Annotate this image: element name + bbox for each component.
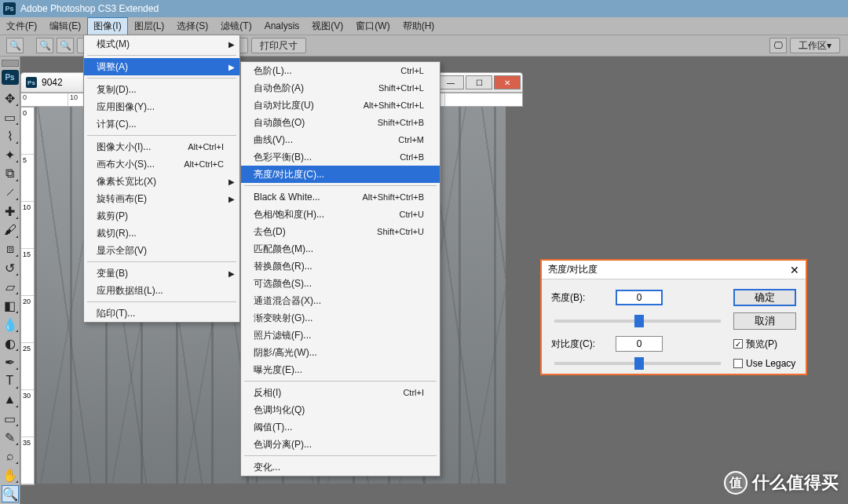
ruler-vertical: 05101520253035 <box>20 107 35 485</box>
type-tool[interactable]: T <box>2 372 19 389</box>
ps-badge-icon: Ps <box>2 70 19 85</box>
menu-item[interactable]: 应用数据组(L)... <box>84 282 239 299</box>
brush-tool[interactable]: 🖌 <box>2 221 19 239</box>
menu-item[interactable]: 曝光度(E)... <box>241 361 440 378</box>
menu-item[interactable]: 计算(C)... <box>84 115 239 133</box>
menu-item[interactable]: 色调均化(Q) <box>241 401 440 418</box>
menu-帮助h[interactable]: 帮助(H) <box>397 17 441 35</box>
menu-item[interactable]: 替换颜色(R)... <box>241 257 440 275</box>
zoom-tool-icon[interactable]: 🔍 <box>6 38 24 53</box>
screen-mode-icon[interactable]: 🖵 <box>769 38 787 53</box>
ps-logo-icon: Ps <box>3 2 16 15</box>
menu-item[interactable]: 阴影/高光(W)... <box>241 344 440 361</box>
menu-item[interactable]: 调整(A)▶ <box>84 58 239 75</box>
stamp-tool[interactable]: ⧇ <box>2 240 19 257</box>
lasso-tool[interactable]: ⌇ <box>2 127 19 144</box>
menu-文件f[interactable]: 文件(F) <box>0 17 43 35</box>
watermark: 值 什么值得买 <box>724 471 839 495</box>
tools-toggle[interactable] <box>2 60 19 67</box>
menu-item[interactable]: 匹配颜色(M)... <box>241 240 440 257</box>
zoom-out-icon[interactable]: 🔍 <box>57 38 74 53</box>
crop-tool[interactable]: ⧉ <box>2 165 19 182</box>
menu-item[interactable]: 色调分离(P)... <box>241 436 440 453</box>
menu-item[interactable]: 反相(I)Ctrl+I <box>241 384 440 401</box>
workspace-button[interactable]: 工作区 ▾ <box>790 38 840 53</box>
menu-item[interactable]: 通道混合器(X)... <box>241 292 440 309</box>
menu-item[interactable]: 色阶(L)...Ctrl+L <box>241 62 440 79</box>
menu-item[interactable]: 可选颜色(S)... <box>241 275 440 292</box>
maximize-button[interactable]: ☐ <box>466 75 492 89</box>
menu-item[interactable]: Black & White...Alt+Shift+Ctrl+B <box>241 188 440 206</box>
close-button[interactable]: ✕ <box>494 75 521 89</box>
menu-item[interactable]: 裁剪(P) <box>84 207 239 225</box>
menu-item[interactable]: 阈值(T)... <box>241 418 440 436</box>
menu-item[interactable]: 旋转画布(E)▶ <box>84 190 239 207</box>
history-brush-tool[interactable]: ↺ <box>2 259 19 276</box>
menu-窗口w[interactable]: 窗口(W) <box>349 17 396 35</box>
menu-item[interactable]: 图像大小(I)...Alt+Ctrl+I <box>84 138 239 155</box>
menu-item[interactable]: 自动对比度(U)Alt+Shift+Ctrl+L <box>241 97 440 114</box>
brightness-input[interactable] <box>616 290 663 305</box>
shape-tool[interactable]: ▭ <box>2 410 19 427</box>
dodge-tool[interactable]: ◐ <box>2 334 19 352</box>
menu-item[interactable]: 应用图像(Y)... <box>84 98 239 115</box>
menu-item[interactable]: 亮度/对比度(C)... <box>241 166 440 183</box>
contrast-input[interactable] <box>616 336 663 352</box>
menu-图层l[interactable]: 图层(L) <box>128 17 171 35</box>
watermark-icon: 值 <box>724 471 747 495</box>
dialog-close-icon[interactable]: ✕ <box>790 264 799 276</box>
zoom-in-icon[interactable]: 🔍 <box>36 38 53 53</box>
dialog-title: 亮度/对比度 <box>548 263 598 276</box>
pen-tool[interactable]: ✒ <box>2 353 19 371</box>
menu-item[interactable]: 裁切(R)... <box>84 225 239 242</box>
ok-button[interactable]: 确定 <box>733 289 796 306</box>
menu-item[interactable]: 色相/饱和度(H)...Ctrl+U <box>241 206 440 223</box>
image-menu-dropdown: 模式(M)▶调整(A)▶复制(D)...应用图像(Y)...计算(C)...图像… <box>83 35 240 323</box>
menu-item[interactable]: 曲线(V)...Ctrl+M <box>241 131 440 148</box>
menu-视图v[interactable]: 视图(V) <box>305 17 349 35</box>
menu-item[interactable]: 自动颜色(O)Shift+Ctrl+B <box>241 114 440 131</box>
dialog-titlebar[interactable]: 亮度/对比度 ✕ <box>542 261 806 279</box>
path-select-tool[interactable]: ▲ <box>2 391 19 408</box>
legacy-checkbox[interactable]: Use Legacy <box>733 358 796 369</box>
slider-thumb[interactable] <box>634 315 644 327</box>
menu-编辑e[interactable]: 编辑(E) <box>43 17 87 35</box>
menu-item[interactable]: 照片滤镜(F)... <box>241 327 440 344</box>
notes-tool[interactable]: ✎ <box>2 429 19 446</box>
cancel-button[interactable]: 取消 <box>733 312 796 330</box>
menu-analysis[interactable]: Analysis <box>258 18 306 34</box>
eyedropper-tool[interactable]: ⌕ <box>2 447 19 465</box>
menu-item[interactable]: 去色(D)Shift+Ctrl+U <box>241 223 440 240</box>
brightness-slider[interactable] <box>554 320 721 323</box>
menu-item[interactable]: 画布大小(S)...Alt+Ctrl+C <box>84 155 239 173</box>
hand-tool[interactable]: ✋ <box>2 466 19 484</box>
gradient-tool[interactable]: ◧ <box>2 297 19 314</box>
menu-item[interactable]: 复制(D)... <box>84 81 239 98</box>
menu-item[interactable]: 色彩平衡(B)...Ctrl+B <box>241 148 440 166</box>
wand-tool[interactable]: ✦ <box>2 146 19 163</box>
preview-checkbox[interactable]: ✓预览(P) <box>733 338 796 351</box>
eraser-tool[interactable]: ▱ <box>2 278 19 295</box>
minimize-button[interactable]: — <box>437 75 464 89</box>
menu-item[interactable]: 像素长宽比(X)▶ <box>84 173 239 190</box>
blur-tool[interactable]: 💧 <box>2 316 19 333</box>
contrast-slider[interactable] <box>554 362 721 365</box>
move-tool[interactable]: ✥ <box>2 89 19 107</box>
menu-图像i[interactable]: 图像(I) <box>87 17 127 35</box>
zoom-tool[interactable]: 🔍 <box>2 485 19 502</box>
spot-heal-tool[interactable]: ✚ <box>2 203 19 220</box>
menu-item[interactable]: 变量(B)▶ <box>84 265 239 282</box>
slice-tool[interactable]: ⟋ <box>2 184 19 201</box>
marquee-tool[interactable]: ▭ <box>2 108 19 126</box>
menu-item[interactable]: 变化... <box>241 458 440 476</box>
menu-选择s[interactable]: 选择(S) <box>170 17 214 35</box>
menu-item[interactable]: 自动色阶(A)Shift+Ctrl+L <box>241 79 440 97</box>
menu-item[interactable]: 显示全部(V) <box>84 242 239 259</box>
menu-item[interactable]: 渐变映射(G)... <box>241 309 440 327</box>
menu-item[interactable]: 模式(M)▶ <box>84 35 239 53</box>
menu-滤镜t[interactable]: 滤镜(T) <box>214 17 258 35</box>
menu-item[interactable]: 陷印(T)... <box>84 305 239 322</box>
slider-thumb[interactable] <box>634 357 644 370</box>
tools-panel: Ps ✥▭⌇✦⧉⟋✚🖌⧇↺▱◧💧◐✒T▲▭✎⌕✋🔍 <box>0 57 20 504</box>
print-size-button[interactable]: 打印尺寸 <box>251 38 306 53</box>
